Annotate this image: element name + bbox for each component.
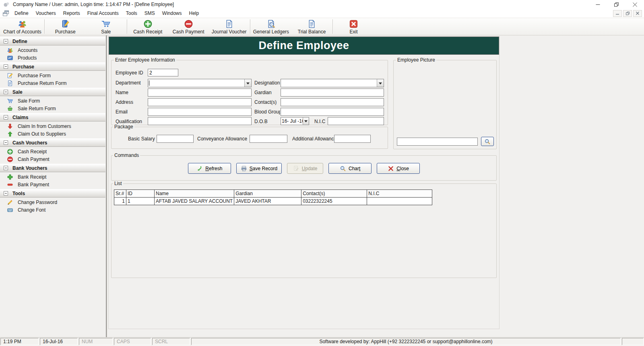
cell-name[interactable]: AFTAB JAVED SALARY ACCOUNT — [155, 198, 234, 205]
menu-item-define[interactable]: Define — [11, 9, 32, 18]
sidebar-item-sale-return-form[interactable]: Sale Return Form — [0, 105, 105, 112]
sidebar-item-purchase-return-form[interactable]: Purchase Return Form — [0, 79, 105, 87]
sidebar-item-label: Purchase Form — [18, 73, 51, 78]
column-header-id[interactable]: ID — [126, 190, 155, 198]
blood-group-input[interactable] — [281, 108, 384, 116]
gardian-input[interactable] — [281, 89, 384, 97]
command-buttons-row: Refresh Save Record Update Chart — [111, 163, 496, 174]
sidebar-section-purchase[interactable]: Purchase — [0, 62, 105, 71]
address-label: Address — [116, 99, 133, 105]
sidebar-item-bank-payment[interactable]: Bank Payment — [0, 181, 105, 188]
menu-item-reports[interactable]: Reports — [60, 9, 84, 18]
cell-nic[interactable] — [367, 198, 432, 205]
menu-item-final-accounts[interactable]: Final Accounts — [84, 9, 122, 18]
child-window-icon[interactable] — [2, 10, 9, 16]
department-combobox[interactable] — [148, 79, 252, 87]
save-record-button[interactable]: Save Record — [236, 163, 282, 174]
sidebar-item-label: Bank Payment — [18, 182, 49, 187]
toolbar-label: Cash Receipt — [133, 29, 162, 35]
toolbar-general-ledgers-button[interactable]: General Ledgers — [251, 18, 291, 35]
status-date: 16-Jul-16 — [40, 338, 78, 345]
sidebar-item-purchase-form[interactable]: Purchase Form — [0, 72, 105, 79]
toolbar-exit-button[interactable]: Exit — [333, 18, 374, 35]
child-close-button[interactable] — [633, 10, 642, 17]
chart-button[interactable]: Chart — [328, 163, 372, 174]
refresh-arrow-icon — [196, 165, 203, 172]
sidebar-item-accounts[interactable]: Accounts — [0, 46, 105, 54]
close-button[interactable]: Close — [377, 163, 420, 174]
update-button[interactable]: Update — [287, 163, 323, 174]
sidebar-item-sale-form[interactable]: Sale Form — [0, 97, 105, 105]
window-close-button[interactable] — [625, 0, 644, 9]
picture-path-input[interactable] — [397, 138, 478, 146]
section-title: Tools — [12, 191, 25, 196]
sidebar-item-claim-in-from-customers[interactable]: Claim In from Customers — [0, 122, 105, 130]
magnifier-icon — [484, 138, 491, 145]
sidebar-item-bank-receipt[interactable]: Bank Receipt — [0, 173, 105, 181]
sidebar-item-products[interactable]: Products — [0, 54, 105, 62]
sidebar-section-tools[interactable]: Tools — [0, 189, 105, 198]
sidebar-section-sale[interactable]: Sale — [0, 88, 105, 96]
employee-id-input[interactable] — [148, 69, 178, 76]
section-title: Define — [12, 39, 27, 44]
sidebar-item-label: Cash Payment — [18, 157, 50, 162]
basic-salary-input[interactable] — [157, 135, 194, 143]
refresh-button[interactable]: Refresh — [188, 163, 231, 174]
toolbar-sale-button[interactable]: Sale — [86, 18, 126, 35]
sidebar-item-change-font[interactable]: Change Font — [0, 206, 105, 214]
group-title: Package — [113, 124, 134, 130]
red-down-arrow-icon — [7, 123, 13, 130]
additional-allowance-input[interactable] — [334, 135, 371, 143]
window-restore-button[interactable] — [607, 0, 625, 9]
sidebar-section-cash-vouchers[interactable]: Cash Vouchers — [0, 138, 105, 147]
contacts-input[interactable] — [281, 98, 384, 106]
sidebar-item-claim-out-to-suppliers[interactable]: Claim Out to Suppliers — [0, 130, 105, 138]
toolbar-journal-voucher-button[interactable]: Journal Voucher — [209, 18, 250, 35]
menu-item-vouchers[interactable]: Vouchers — [32, 9, 60, 18]
conveyance-allowance-input[interactable] — [250, 135, 287, 143]
sidebar-section-bank-vouchers[interactable]: Bank Vouchers — [0, 164, 105, 172]
column-header-sr[interactable]: Sr.# — [114, 190, 126, 198]
menu-item-windows[interactable]: Windows — [159, 9, 186, 18]
child-restore-button[interactable] — [623, 10, 632, 17]
picture-browse-button[interactable] — [481, 137, 494, 146]
window-minimize-button[interactable] — [588, 0, 607, 9]
menu-item-tools[interactable]: Tools — [122, 9, 141, 18]
column-header-contacts[interactable]: Contact(s) — [301, 190, 367, 198]
toolbar-cash-receipt-button[interactable]: Cash Receipt — [128, 18, 168, 35]
toolbar-separator — [332, 19, 333, 34]
sidebar-section-claims[interactable]: Claims — [0, 113, 105, 122]
cell-gardian[interactable]: JAVED AKHTAR — [234, 198, 301, 205]
nic-input[interactable] — [328, 117, 384, 125]
red-x-icon — [349, 19, 358, 29]
name-input[interactable] — [148, 89, 252, 97]
column-header-nic[interactable]: N.I.C — [367, 190, 432, 198]
column-header-name[interactable]: Name — [155, 190, 234, 198]
designation-combobox[interactable] — [281, 79, 384, 87]
sidebar-section-define[interactable]: Define — [0, 37, 105, 45]
cell-sr[interactable]: 1 — [114, 198, 126, 205]
toolbar-purchase-button[interactable]: Purchase — [45, 18, 86, 35]
email-input[interactable] — [148, 108, 252, 116]
column-header-gardian[interactable]: Gardian — [234, 190, 301, 198]
blood-group-label: Blood Group — [254, 109, 280, 115]
sidebar-item-change-password[interactable]: Change Password — [0, 198, 105, 206]
child-minimize-button[interactable] — [613, 10, 622, 17]
cell-id[interactable]: 1 — [126, 198, 155, 205]
qualification-input[interactable] — [148, 117, 252, 125]
collapse-icon — [4, 166, 8, 170]
sidebar-item-cash-receipt[interactable]: Cash Receipt — [0, 148, 105, 155]
toolbar-trial-balance-button[interactable]: Trial Balance — [291, 18, 332, 35]
address-input[interactable] — [148, 98, 252, 106]
menu-item-sms[interactable]: SMS — [141, 9, 159, 18]
sidebar-item-label: Purchase Return Form — [18, 80, 66, 86]
document-magnifier-icon — [266, 19, 276, 29]
sidebar-item-cash-payment[interactable]: Cash Payment — [0, 155, 105, 163]
menu-item-help[interactable]: Help — [186, 9, 203, 18]
toolbar-label: Trial Balance — [298, 29, 326, 35]
cell-contacts[interactable]: 03222322245 — [301, 198, 367, 205]
toolbar-chart-of-accounts-button[interactable]: Chart of Accounts — [1, 18, 44, 35]
toolbar-cash-payment-button[interactable]: Cash Payment — [168, 18, 209, 35]
products-chart-icon — [7, 55, 13, 61]
dob-date-picker[interactable]: 16- Jul -16 — [281, 117, 309, 125]
